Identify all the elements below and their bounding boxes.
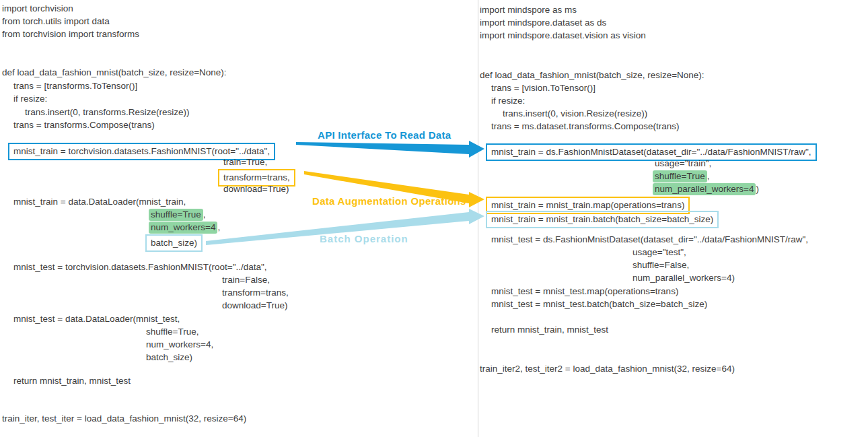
code-text: def load_data_fashion_mnist(batch_size, … <box>480 70 704 80</box>
code-text: mnist_test = torchvision.datasets.Fashio… <box>13 262 267 272</box>
code-line: if resize: <box>13 93 47 104</box>
code-line: train_iter2, test_iter2 = load_data_fash… <box>480 363 735 374</box>
code-line: mnist_test = torchvision.datasets.Fashio… <box>13 261 267 273</box>
highlight-box-lightblue: batch_size) <box>145 234 203 252</box>
code-line: transform=trans, <box>222 287 289 298</box>
code-comparison-view: import torchvisionfrom torch.utils impor… <box>0 0 868 437</box>
code-text: mnist_train = data.DataLoader(mnist_trai… <box>13 197 186 207</box>
code-text: return mnist_train, mnist_test <box>13 376 131 386</box>
code-line: mnist_test = mnist_test.map(operations=t… <box>491 285 678 297</box>
highlight-green: num_workers=4 <box>149 222 217 234</box>
code-text: train_iter, test_iter = load_data_fashio… <box>2 413 246 424</box>
code-text: transform=trans, <box>222 288 289 298</box>
code-text: num_parallel_workers=4) <box>632 273 735 283</box>
code-line: mnist_train = data.DataLoader(mnist_trai… <box>13 196 186 207</box>
code-text: from torch.utils import data <box>2 16 110 26</box>
code-line: shuffle=True, <box>655 170 709 182</box>
code-text: def load_data_fashion_mnist(batch_size, … <box>2 67 227 77</box>
code-line: train=False, <box>222 274 270 285</box>
code-text: import mindspore.dataset as ds <box>480 18 606 28</box>
api-interface-label: API Interface To Read Data <box>318 129 451 141</box>
code-text: shuffle=False, <box>632 260 689 270</box>
code-line: trans = ms.dataset.transforms.Compose(tr… <box>491 121 679 132</box>
code-text: num_workers=4, <box>146 339 213 349</box>
code-text: ) <box>756 184 759 194</box>
code-text: trans = transforms.Compose(trans) <box>13 120 155 130</box>
code-text: train=False, <box>222 275 270 285</box>
code-text: , <box>203 209 206 220</box>
code-line: train=True, <box>223 156 267 168</box>
code-text: , <box>217 222 220 232</box>
mapping-arrows <box>0 0 868 437</box>
code-text: mnist_test = data.DataLoader(mnist_test, <box>13 314 180 324</box>
code-line: trans = [vision.ToTensor()] <box>491 82 595 94</box>
code-line: batch_size) <box>151 234 203 252</box>
code-line: usage="test", <box>632 246 686 258</box>
code-line: num_workers=4, <box>151 222 220 233</box>
code-text: mnist_test = ds.FashionMnistDataset(data… <box>491 234 808 244</box>
code-text: train=True, <box>223 157 267 167</box>
code-line: num_parallel_workers=4) <box>632 272 735 283</box>
code-line: mnist_test = data.DataLoader(mnist_test, <box>13 313 180 325</box>
code-text: train_iter2, test_iter2 = load_data_fash… <box>480 364 735 374</box>
code-text: trans.insert(0, vision.Resize(resize)) <box>503 108 647 119</box>
highlight-green: shuffle=True <box>149 209 203 221</box>
code-line: usage="train", <box>655 158 711 169</box>
code-text: usage="test", <box>632 247 686 257</box>
code-text: mnist_test = mnist_test.batch(batch_size… <box>491 299 707 309</box>
highlight-green: shuffle=True <box>653 170 707 182</box>
code-line: shuffle=True, <box>146 326 198 337</box>
code-text: import mindspore.dataset.vision as visio… <box>480 30 646 40</box>
code-line: return mnist_train, mnist_test <box>13 375 131 386</box>
code-line: if resize: <box>491 95 525 106</box>
code-text: shuffle=True, <box>146 327 198 337</box>
code-text: return mnist_train, mnist_test <box>491 325 608 335</box>
code-line: mnist_test = mnist_test.batch(batch_size… <box>491 298 707 310</box>
code-text: if resize: <box>13 94 47 104</box>
code-line: shuffle=True, <box>151 209 205 220</box>
code-text: import torchvision <box>2 3 73 13</box>
code-text: download=True) <box>223 184 289 194</box>
code-line: def load_data_fashion_mnist(batch_size, … <box>2 67 227 78</box>
code-text: mnist_test = mnist_test.map(operations=t… <box>491 286 678 296</box>
code-text: trans.insert(0, transforms.Resize(resize… <box>25 107 190 117</box>
highlight-box-blue: mnist_train = ds.FashionMnistDataset(dat… <box>486 143 817 161</box>
code-text: , <box>707 171 710 181</box>
highlight-box-lightblue: mnist_train = mnist_train.batch(batch_si… <box>486 211 719 228</box>
code-line: import mindspore.dataset.vision as visio… <box>480 30 646 41</box>
code-line: shuffle=False, <box>632 259 689 271</box>
code-line: return mnist_train, mnist_test <box>491 324 608 335</box>
code-line: num_parallel_workers=4) <box>655 183 759 195</box>
code-line: mnist_train = ds.FashionMnistDataset(dat… <box>491 143 817 161</box>
code-text: import mindspore as ms <box>480 5 577 15</box>
code-text: from torchvision import transforms <box>2 29 139 39</box>
code-line: num_workers=4, <box>146 339 213 350</box>
code-text: trans = [vision.ToTensor()] <box>491 83 595 93</box>
code-line: trans.insert(0, transforms.Resize(resize… <box>25 106 190 118</box>
code-text: trans = ms.dataset.transforms.Compose(tr… <box>491 121 679 131</box>
code-line: download=True) <box>223 183 289 195</box>
code-line: import mindspore as ms <box>480 4 577 15</box>
code-text: usage="train", <box>655 158 711 168</box>
code-line: from torchvision import transforms <box>2 28 139 40</box>
code-line: batch_size) <box>146 351 192 363</box>
api-arrow <box>296 141 484 158</box>
code-line: def load_data_fashion_mnist(batch_size, … <box>480 69 704 81</box>
code-text: trans = [transforms.ToTensor()] <box>13 81 137 91</box>
code-line: trans = [transforms.ToTensor()] <box>13 80 137 92</box>
code-line: from torch.utils import data <box>2 15 110 27</box>
code-line: mnist_train = mnist_train.batch(batch_si… <box>491 211 719 228</box>
code-text: batch_size) <box>146 352 192 362</box>
code-text: if resize: <box>491 96 525 106</box>
code-text: download=True) <box>222 300 287 310</box>
highlight-green: num_parallel_workers=4 <box>653 183 756 195</box>
code-line: import torchvision <box>2 3 73 14</box>
panel-divider <box>478 0 478 437</box>
code-line: train_iter, test_iter = load_data_fashio… <box>2 413 246 424</box>
code-line: import mindspore.dataset as ds <box>480 17 606 28</box>
batch-operation-label: Batch Operation <box>320 233 408 244</box>
code-line: mnist_test = ds.FashionMnistDataset(data… <box>491 234 808 245</box>
code-line: download=True) <box>222 300 287 311</box>
data-augmentation-label: Data Augmentation Operations <box>312 195 466 207</box>
code-line: trans = transforms.Compose(trans) <box>13 119 155 131</box>
